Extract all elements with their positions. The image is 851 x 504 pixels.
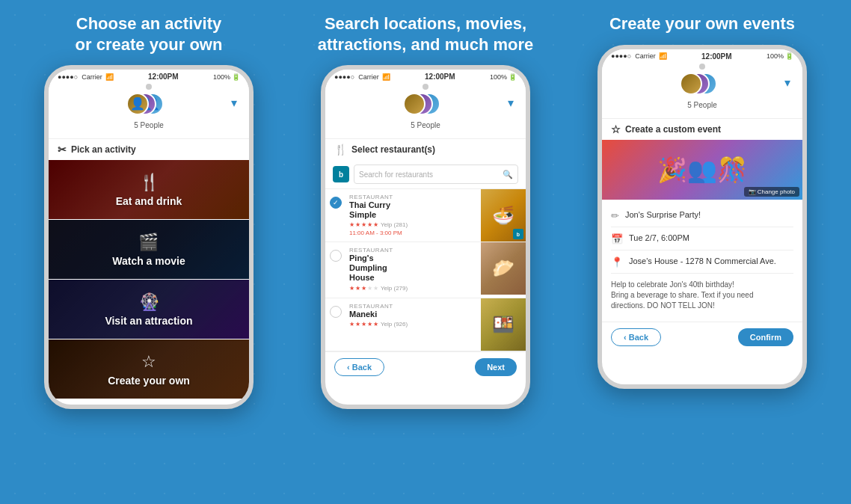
- back-button-3[interactable]: ‹ Back: [611, 328, 661, 346]
- chevron-down-icon-3[interactable]: ▾: [784, 76, 790, 90]
- camera-dot-1: [146, 84, 152, 90]
- restaurant-search-input[interactable]: Search for restaurants 🔍: [354, 165, 518, 184]
- battery-2: 100% 🔋: [490, 73, 517, 81]
- panel-choose-activity: Choose an activityor create your own ●●●…: [10, 0, 287, 504]
- battery-icon-1: 🔋: [232, 73, 240, 81]
- restaurant-item-1[interactable]: ✓ RESTAURANT Thai CurrySimple ★ ★ ★ ★ ★ …: [325, 189, 526, 242]
- restaurant-img-3: 🍱: [481, 298, 526, 351]
- wifi-icon-2: 📶: [382, 73, 390, 81]
- avatar-stack-3: [680, 73, 725, 99]
- eat-drink-icon: 🍴: [139, 173, 159, 192]
- change-photo-button[interactable]: 📷 Change photo: [744, 187, 799, 197]
- check-circle-2: [330, 250, 342, 262]
- activity-eat-drink[interactable]: 🍴 Eat and drink: [49, 160, 249, 220]
- restaurant-type-1: RESTAURANT: [349, 194, 478, 200]
- restaurant-stars-2: ★ ★ ★ ★ ★ Yelp (279): [349, 285, 478, 292]
- status-bar-3: ●●●●○ Carrier 📶 12:00PM 100% 🔋: [602, 49, 802, 62]
- restaurant-check-1[interactable]: ✓: [325, 189, 346, 242]
- pencil-icon: ✏: [611, 209, 619, 221]
- star-1-2: ★: [355, 221, 360, 228]
- restaurant-img-2: 🥟: [481, 242, 526, 295]
- eat-drink-content: 🍴 Eat and drink: [116, 173, 182, 207]
- movie-icon: 🎬: [138, 233, 159, 252]
- battery-icon-2: 🔋: [509, 73, 517, 81]
- pick-activity-icon: ✂: [58, 144, 67, 156]
- event-form-fields: ✏ Jon's Surprise Party! 📅 Tue 2/7, 6:00P…: [602, 200, 802, 322]
- event-date-row: 📅 Tue 2/7, 6:00PM: [611, 227, 793, 251]
- star-2-5: ★: [373, 285, 378, 292]
- restaurant-item-3[interactable]: RESTAURANT Maneki ★ ★ ★ ★ ★ Yelp (926) 🍱: [325, 298, 526, 351]
- attraction-icon: 🎡: [139, 292, 159, 312]
- phone-3: ●●●●○ Carrier 📶 12:00PM 100% 🔋: [597, 45, 807, 389]
- chevron-down-icon-1[interactable]: ▾: [231, 96, 237, 110]
- event-location-value[interactable]: Jose's House - 1278 N Commercial Ave.: [629, 256, 793, 267]
- star-3-1: ★: [349, 321, 354, 328]
- calendar-icon: 📅: [611, 233, 623, 245]
- star-1-1: ★: [349, 221, 354, 228]
- event-location-row: 📍 Jose's House - 1278 N Commercial Ave.: [611, 251, 793, 274]
- signal-dots-2: ●●●●○: [334, 73, 354, 81]
- yelp-label-3: Yelp (926): [381, 321, 408, 328]
- panel1-title: Choose an activityor create your own: [68, 13, 230, 55]
- create-event-label: Create a custom event: [625, 124, 721, 135]
- panel3-title: Create your own events: [602, 13, 802, 34]
- phone-top-3: 5 People ▾: [602, 62, 802, 118]
- restaurant-info-2: RESTAURANT Ping'sDumplingHouse ★ ★ ★ ★ ★…: [346, 242, 481, 298]
- star-2-3: ★: [361, 285, 366, 292]
- event-name-value[interactable]: Jon's Surprise Party!: [625, 209, 793, 221]
- battery-icon-3: 🔋: [785, 52, 793, 60]
- battery-1: 100% 🔋: [213, 73, 240, 81]
- confirm-button[interactable]: Confirm: [738, 328, 793, 346]
- phone-2: ●●●●○ Carrier 📶 12:00PM 100% 🔋: [321, 65, 530, 409]
- carrier-label-2: Carrier: [358, 73, 379, 81]
- avatar-face-1: 👤: [128, 94, 147, 114]
- people-label-3: 5 People: [687, 101, 716, 109]
- panel2-title: Search locations, movies,attractions, an…: [310, 13, 541, 55]
- bing-logo: b: [333, 166, 349, 182]
- signal-dots-1: ●●●●○: [58, 73, 78, 81]
- star-3-5: ★: [373, 321, 378, 328]
- activity-create-own[interactable]: ☆ Create your own: [49, 339, 249, 399]
- event-description[interactable]: Help to celebrate Jon's 40th birthday!Br…: [611, 274, 793, 317]
- chevron-down-icon-2[interactable]: ▾: [508, 96, 514, 110]
- event-date-value[interactable]: Tue 2/7, 6:00PM: [629, 233, 793, 244]
- restaurant-stars-1: ★ ★ ★ ★ ★ Yelp (281): [349, 221, 478, 228]
- restaurant-check-3[interactable]: [325, 298, 346, 351]
- select-restaurant-header: 🍴 Select restaurant(s): [325, 138, 526, 160]
- avatar-3-1: [680, 73, 702, 95]
- location-icon: 📍: [611, 256, 623, 268]
- event-photo[interactable]: 🎉👥🎊 📷 Change photo: [602, 140, 802, 200]
- check-circle-1: ✓: [330, 197, 342, 209]
- next-button-2[interactable]: Next: [475, 358, 517, 376]
- restaurant-check-2[interactable]: [325, 242, 346, 298]
- activity-visit-attraction[interactable]: 🎡 Visit an attraction: [49, 280, 249, 339]
- attraction-content: 🎡 Visit an attraction: [105, 292, 192, 327]
- panel-create-event: Create your own events ●●●●○ Carrier 📶 1…: [564, 0, 841, 504]
- back-button-2[interactable]: ‹ Back: [334, 358, 384, 376]
- yelp-label-2: Yelp (279): [381, 285, 408, 292]
- phone-bottom-nav-2: ‹ Back Next: [325, 351, 526, 382]
- wifi-icon-1: 📶: [105, 73, 114, 81]
- create-event-header: ☆ Create a custom event: [602, 118, 802, 140]
- movie-content: 🎬 Watch a movie: [112, 233, 185, 267]
- restaurant-info-3: RESTAURANT Maneki ★ ★ ★ ★ ★ Yelp (926): [346, 298, 481, 351]
- activity-watch-movie[interactable]: 🎬 Watch a movie: [49, 220, 249, 280]
- battery-3: 100% 🔋: [766, 52, 793, 60]
- avatar-stack-2: [403, 93, 448, 120]
- status-left-1: ●●●●○ Carrier 📶: [58, 73, 114, 81]
- phone-1: ●●●●○ Carrier 📶 12:00PM 100% 🔋 👤: [44, 65, 254, 409]
- carrier-label-3: Carrier: [635, 52, 656, 60]
- time-1: 12:00PM: [148, 73, 179, 81]
- status-bar-2: ●●●●○ Carrier 📶 12:00PM 100% 🔋: [325, 70, 526, 82]
- event-name-row: ✏ Jon's Surprise Party!: [611, 204, 793, 227]
- star-2-2: ★: [355, 285, 360, 292]
- avatar-1: 👤: [126, 93, 149, 115]
- time-2: 12:00PM: [425, 73, 455, 81]
- main-container: Choose an activityor create your own ●●●…: [0, 0, 851, 504]
- restaurant-item-2[interactable]: RESTAURANT Ping'sDumplingHouse ★ ★ ★ ★ ★…: [325, 242, 526, 298]
- star-1-3: ★: [361, 221, 366, 228]
- avatar-stack-1: 👤 👤 👤: [126, 93, 171, 120]
- restaurant-name-2: Ping'sDumplingHouse: [349, 253, 478, 283]
- restaurant-name-1: Thai CurrySimple: [349, 200, 478, 220]
- restaurant-header-icon: 🍴: [334, 144, 347, 156]
